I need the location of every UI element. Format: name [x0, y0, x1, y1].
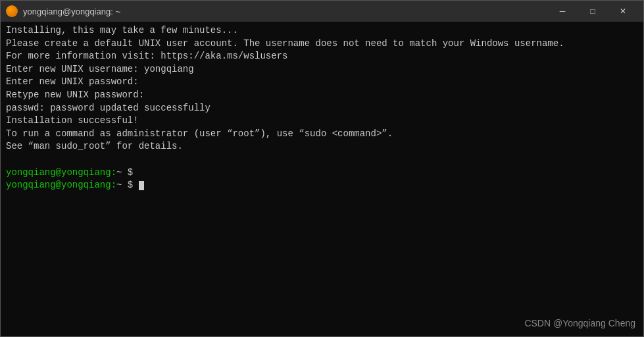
terminal-body[interactable]: Installing, this may take a few minutes.…	[1, 22, 643, 336]
app-icon	[6, 5, 18, 17]
titlebar: yongqiang@yongqiang: ~ ─ □ ✕	[1, 1, 643, 22]
terminal-window: yongqiang@yongqiang: ~ ─ □ ✕ Installing,…	[0, 0, 644, 337]
titlebar-left: yongqiang@yongqiang: ~	[6, 5, 120, 17]
close-button[interactable]: ✕	[608, 1, 638, 22]
maximize-button[interactable]: □	[578, 1, 608, 22]
watermark: CSDN @Yongqiang Cheng	[524, 318, 635, 328]
terminal-output: Installing, this may take a few minutes.…	[6, 24, 638, 192]
minimize-button[interactable]: ─	[547, 1, 578, 22]
window-controls: ─ □ ✕	[547, 1, 638, 22]
window-title: yongqiang@yongqiang: ~	[23, 7, 120, 16]
